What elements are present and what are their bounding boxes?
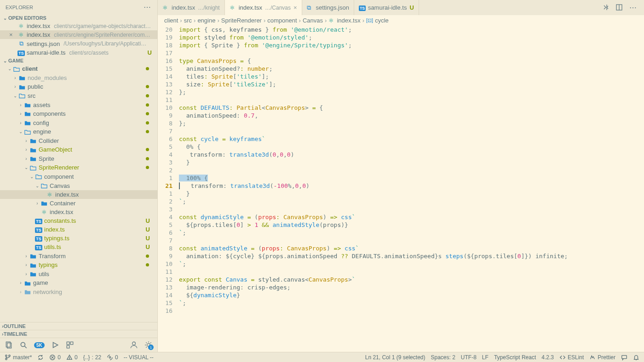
code-content[interactable]: import { css, keyframes } from '@emotion… xyxy=(179,26,644,352)
tree-folder[interactable]: ⌄Canvas xyxy=(0,181,157,190)
chevron-right-icon: › xyxy=(23,262,29,267)
breadcrumb-item[interactable]: engine xyxy=(197,17,215,24)
ts-version[interactable]: 4.2.3 xyxy=(541,354,554,361)
tree-folder[interactable]: ›assets xyxy=(0,100,157,109)
tree-folder[interactable]: ›components xyxy=(0,109,157,119)
breadcrumb-separator: › xyxy=(194,17,196,24)
breadcrumb-item[interactable]: client xyxy=(164,17,178,24)
tree-folder[interactable]: ›networking xyxy=(0,288,157,297)
code-editor[interactable]: 2019181716151413121110987654321211234567… xyxy=(158,26,644,352)
timeline-header[interactable]: › TIMELINE xyxy=(0,330,157,338)
breadcrumb-item[interactable]: cycle xyxy=(375,17,389,24)
git-modified-dot xyxy=(146,166,149,169)
tree-file[interactable]: ⚛index.tsx xyxy=(0,190,157,199)
vim-mode: -- VISUAL -- xyxy=(124,354,154,361)
game-section-header[interactable]: ⌄ GAME xyxy=(0,57,157,64)
line-number: 15 xyxy=(158,299,172,307)
port-item[interactable]: 0 xyxy=(107,354,118,361)
open-editor-item[interactable]: ×⚛index.tsxclient/src/game/game-objects/… xyxy=(0,22,157,30)
eslint-item[interactable]: ESLint xyxy=(559,354,584,361)
svg-marker-4 xyxy=(53,342,58,347)
account-icon[interactable] xyxy=(130,341,138,349)
code-line xyxy=(179,268,644,276)
more-icon[interactable]: ⋯ xyxy=(629,3,638,12)
editor-tab[interactable]: ⧉settings.json xyxy=(302,0,354,15)
line-number: 17 xyxy=(158,49,172,57)
tree-file[interactable]: ⚛index.tsx xyxy=(0,208,157,216)
code-line: }; xyxy=(179,119,644,127)
tree-folder[interactable]: ›Transform xyxy=(0,251,157,260)
search-icon[interactable] xyxy=(19,341,28,349)
editor-path: /Users/loughys/Library/Applicati… xyxy=(63,40,155,47)
git-modified-dot xyxy=(146,263,149,266)
breadcrumb-item[interactable]: Canvas xyxy=(303,17,323,24)
tree-folder[interactable]: ⌄client xyxy=(0,64,157,74)
files-icon[interactable] xyxy=(5,341,13,349)
tree-folder[interactable]: ›Collider xyxy=(0,136,157,146)
breadcrumb-item[interactable]: SpriteRenderer xyxy=(221,17,262,24)
warnings-item[interactable]: 0 xyxy=(66,354,78,361)
source-control-badge[interactable]: 5K xyxy=(34,342,45,348)
tree-folder[interactable]: ›Container xyxy=(0,199,157,208)
tree-folder[interactable]: ⌄component xyxy=(0,172,157,181)
outline-header[interactable]: › OUTLINE xyxy=(0,322,157,330)
language-item[interactable]: TypeScript React xyxy=(494,354,536,361)
tree-file[interactable]: TSconstants.tsU xyxy=(0,216,157,225)
folder-icon xyxy=(18,74,26,82)
tree-file[interactable]: TSindex.tsU xyxy=(0,225,157,234)
git-modified-dot xyxy=(146,103,149,107)
open-editor-item[interactable]: ×⧉settings.json/Users/loughys/Library/Ap… xyxy=(0,39,157,48)
svg-point-12 xyxy=(6,355,7,356)
explorer-more-icon[interactable]: ⋯ xyxy=(144,3,152,11)
sync-item[interactable] xyxy=(37,354,44,361)
prettier-item[interactable]: Prettier xyxy=(589,354,615,361)
tree-file[interactable]: TSutils.tsU xyxy=(0,243,157,251)
brackets-item[interactable]: {..} : 22 xyxy=(83,354,101,361)
compare-icon[interactable] xyxy=(602,3,609,12)
tree-label: assets xyxy=(33,102,51,108)
open-editors-header[interactable]: ⌄ OPEN EDITORS xyxy=(0,14,157,22)
tree-label: utils.ts xyxy=(44,243,61,250)
tree-folder[interactable]: ›typings xyxy=(0,260,157,270)
tree-folder[interactable]: ⌄src xyxy=(0,91,157,101)
tree-folder[interactable]: ⌄SpriteRenderer xyxy=(0,163,157,172)
breadcrumb-item[interactable]: component xyxy=(267,17,297,24)
line-number: 9 xyxy=(158,112,172,119)
tree-folder[interactable]: ›game xyxy=(0,278,157,288)
editor-tab[interactable]: TSsamurai-idle.tsU xyxy=(354,0,419,15)
close-icon[interactable]: × xyxy=(293,4,297,11)
open-editor-item[interactable]: ×TSsamurai-idle.tsclient/src/assetsU xyxy=(0,48,157,57)
editor-tab[interactable]: ⚛index.tsx…/Canvas× xyxy=(225,0,302,15)
tree-folder[interactable]: ›Sprite xyxy=(0,154,157,164)
tree-folder[interactable]: ›utils xyxy=(0,270,157,279)
bell-icon[interactable] xyxy=(633,354,639,361)
react-icon: ⚛ xyxy=(230,4,236,11)
breadcrumb-item[interactable]: src xyxy=(184,17,192,24)
tree-folder[interactable]: ›GameObject xyxy=(0,145,157,154)
tree-file[interactable]: TStypings.tsU xyxy=(0,234,157,243)
split-icon[interactable] xyxy=(615,3,623,12)
code-line xyxy=(179,166,644,174)
code-line: size: Sprite['tileSize']; xyxy=(179,80,644,88)
close-icon[interactable]: × xyxy=(9,31,16,38)
breadcrumb-item[interactable]: index.tsx xyxy=(337,17,360,24)
errors-item[interactable]: 0 xyxy=(49,354,61,361)
spaces-item[interactable]: Spaces: 2 xyxy=(431,354,455,361)
editor-tab[interactable]: ⚛index.tsx…/knight xyxy=(158,0,225,15)
branch-item[interactable]: master* xyxy=(5,354,32,361)
debug-icon[interactable] xyxy=(51,341,59,349)
cursor-position[interactable]: Ln 21, Col 1 (9 selected) xyxy=(365,354,426,361)
eol-item[interactable]: LF xyxy=(482,354,489,361)
feedback-icon[interactable] xyxy=(621,354,627,361)
tree-folder[interactable]: ›public xyxy=(0,82,157,91)
line-number: 14 xyxy=(158,73,172,80)
line-number: 19 xyxy=(158,34,172,41)
tree-folder[interactable]: ›config xyxy=(0,118,157,127)
tree-folder[interactable]: ›node_modules xyxy=(0,74,157,83)
open-editor-item[interactable]: ×⚛index.tsxclient/src/engine/SpriteRende… xyxy=(0,30,157,39)
breadcrumb-separator: › xyxy=(299,17,301,24)
extensions-icon[interactable] xyxy=(66,341,74,349)
settings-icon[interactable]: 1 xyxy=(144,341,153,349)
tree-folder[interactable]: ⌄engine xyxy=(0,127,157,136)
encoding-item[interactable]: UTF-8 xyxy=(461,354,477,361)
